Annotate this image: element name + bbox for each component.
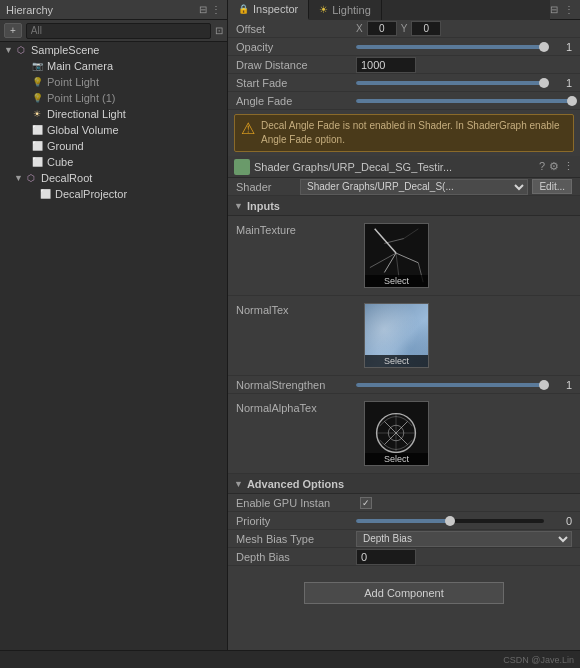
mesh-bias-type-label: Mesh Bias Type <box>236 533 356 545</box>
draw-distance-value <box>356 57 572 73</box>
priority-slider-container: 0 <box>356 515 572 527</box>
more-icon[interactable]: ⋮ <box>563 160 574 173</box>
bottom-bar: CSDN @Jave.Lin <box>0 650 580 668</box>
start-fade-value: 1 <box>548 77 572 89</box>
main-texture-row: MainTexture Select <box>228 216 580 296</box>
depth-bias-label: Depth Bias <box>236 551 356 563</box>
opacity-row: Opacity 1 <box>228 38 580 56</box>
normal-alpha-tex-slot: Select <box>364 401 429 466</box>
dir-light-icon: ☀ <box>30 107 44 121</box>
draw-distance-label: Draw Distance <box>236 59 356 71</box>
main-texture-select-btn[interactable]: Select <box>365 275 428 287</box>
offset-value: X Y <box>356 21 572 36</box>
header-icons: ⊟ ⋮ <box>199 4 221 15</box>
priority-slider[interactable] <box>356 519 544 523</box>
advanced-section-title: Advanced Options <box>247 478 344 490</box>
normal-strengthen-value: 1 <box>548 379 572 391</box>
tree-item-point-light-1[interactable]: 💡 Point Light <box>0 74 227 90</box>
start-fade-slider[interactable] <box>356 81 544 85</box>
priority-value: 0 <box>548 515 572 527</box>
inspector-panel: 🔒 Inspector ☀ Lighting ⊟ ⋮ Offset X Y <box>228 0 580 668</box>
depth-bias-input[interactable] <box>356 549 416 565</box>
search-icon[interactable]: ⊡ <box>215 25 223 36</box>
add-button[interactable]: + <box>4 23 22 38</box>
help-icon[interactable]: ? <box>539 160 545 173</box>
bottom-bar-text: CSDN @Jave.Lin <box>503 655 574 665</box>
start-fade-slider-container: 1 <box>356 77 572 89</box>
tree-item-decal-projector[interactable]: ⬜ DecalProjector <box>0 186 227 202</box>
angle-fade-label: Angle Fade <box>236 95 356 107</box>
inputs-section-header: ▼ Inputs <box>228 196 580 216</box>
angle-fade-slider[interactable] <box>356 99 572 103</box>
enable-gpu-label: Enable GPU Instan <box>236 497 356 509</box>
shader-select[interactable]: Shader Graphs/URP_Decal_S(... <box>300 179 528 195</box>
settings-icon[interactable]: ⚙ <box>549 160 559 173</box>
tabs-row: 🔒 Inspector ☀ Lighting ⊟ ⋮ <box>228 0 580 20</box>
tab-inspector[interactable]: 🔒 Inspector <box>228 0 309 20</box>
priority-row: Priority 0 <box>228 512 580 530</box>
mesh-bias-type-select[interactable]: Depth Bias View Bias <box>356 531 572 547</box>
ground-icon: ⬜ <box>30 139 44 153</box>
normal-strengthen-label: NormalStrengthen <box>236 379 356 391</box>
advanced-section-header: ▼ Advanced Options <box>228 474 580 494</box>
opacity-slider[interactable] <box>356 45 544 49</box>
bottom-spacer <box>228 620 580 638</box>
tree-label: DecalRoot <box>41 172 92 184</box>
normal-strengthen-slider[interactable] <box>356 383 544 387</box>
tree-item-global-volume[interactable]: ⬜ Global Volume <box>0 122 227 138</box>
shader-component-name: Shader Graphs/URP_Decal_SG_Testir... <box>254 161 535 173</box>
hierarchy-toolbar: + ⊡ <box>0 20 227 42</box>
normal-tex-row: NormalTex Select <box>228 296 580 376</box>
warning-box: ⚠ Decal Angle Fade is not enabled in Sha… <box>234 114 574 152</box>
tree-label: Cube <box>47 156 73 168</box>
enable-gpu-checkbox[interactable]: ✓ <box>360 497 372 509</box>
tab-lighting-label: Lighting <box>332 4 371 16</box>
opacity-value: 1 <box>548 41 572 53</box>
advanced-arrow: ▼ <box>234 479 243 489</box>
tree-item-ground[interactable]: ⬜ Ground <box>0 138 227 154</box>
tree-label: Point Light <box>47 76 99 88</box>
lock-icon[interactable]: ⊟ <box>199 4 207 15</box>
tree-item-directional-light[interactable]: ☀ Directional Light <box>0 106 227 122</box>
normal-tex-label: NormalTex <box>236 300 356 316</box>
expand-arrow: ▼ <box>4 45 14 55</box>
main-texture-slot: Select <box>364 223 429 288</box>
tree-item-cube[interactable]: ⬜ Cube <box>0 154 227 170</box>
menu-icon[interactable]: ⋮ <box>211 4 221 15</box>
add-component-button[interactable]: Add Component <box>304 582 504 604</box>
tree-item-point-light-2[interactable]: 💡 Point Light (1) <box>0 90 227 106</box>
tree-item-sample-scene[interactable]: ▼ ⬡ SampleScene <box>0 42 227 58</box>
shader-component-header: Shader Graphs/URP_Decal_SG_Testir... ? ⚙… <box>228 156 580 178</box>
decalroot-icon: ⬡ <box>24 171 38 185</box>
tab-lighting[interactable]: ☀ Lighting <box>309 0 382 20</box>
angle-fade-row: Angle Fade <box>228 92 580 110</box>
shader-label: Shader <box>236 181 296 193</box>
edit-button[interactable]: Edit... <box>532 179 572 194</box>
main-texture-label: MainTexture <box>236 220 356 236</box>
priority-label: Priority <box>236 515 356 527</box>
hierarchy-header: Hierarchy ⊟ ⋮ <box>0 0 227 20</box>
warning-text: Decal Angle Fade is not enabled in Shade… <box>261 119 567 147</box>
hierarchy-title: Hierarchy <box>6 4 53 16</box>
shader-icon <box>234 159 250 175</box>
draw-distance-input[interactable] <box>356 57 416 73</box>
x-label: X <box>356 23 363 34</box>
tree-label: DecalProjector <box>55 188 127 200</box>
start-fade-label: Start Fade <box>236 77 356 89</box>
normal-alpha-tex-label: NormalAlphaTex <box>236 398 356 414</box>
normal-tex-select-btn[interactable]: Select <box>365 355 428 367</box>
inspector-content: Offset X Y Opacity 1 <box>228 20 580 668</box>
warning-icon: ⚠ <box>241 119 255 138</box>
light-icon: 💡 <box>30 75 44 89</box>
inspector-lock-icon[interactable]: ⊟ <box>550 4 564 15</box>
tree-item-main-camera[interactable]: 📷 Main Camera <box>0 58 227 74</box>
normal-alpha-select-btn[interactable]: Select <box>365 453 428 465</box>
tree-item-decal-root[interactable]: ▼ ⬡ DecalRoot <box>0 170 227 186</box>
offset-x-input[interactable] <box>367 21 397 36</box>
tree-label: Directional Light <box>47 108 126 120</box>
inspector-menu-icon[interactable]: ⋮ <box>564 4 580 15</box>
y-label: Y <box>401 23 408 34</box>
offset-y-input[interactable] <box>411 21 441 36</box>
tree-label: Ground <box>47 140 84 152</box>
search-input[interactable] <box>26 23 211 39</box>
